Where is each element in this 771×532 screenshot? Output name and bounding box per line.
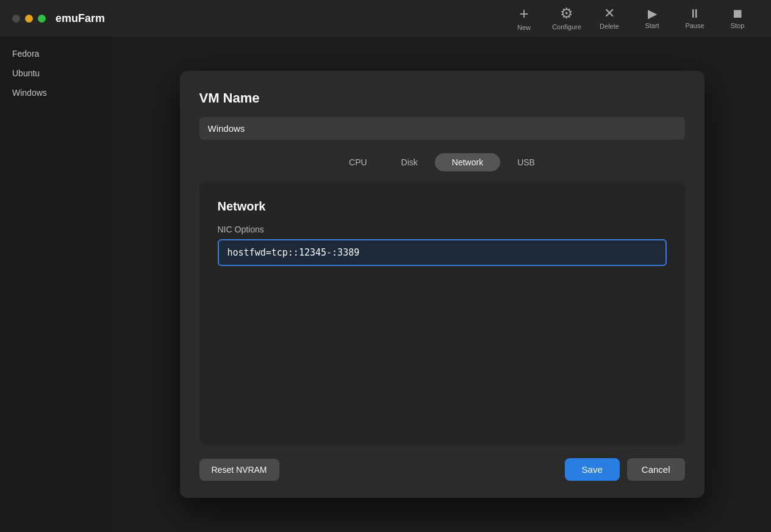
- tab-network[interactable]: Network: [435, 153, 500, 171]
- traffic-lights: [12, 15, 46, 23]
- modal-dialog: VM Name CPU Disk Network USB Network NIC…: [180, 71, 705, 498]
- vm-name-input[interactable]: [199, 117, 685, 140]
- delete-label: Delete: [600, 23, 619, 30]
- delete-button[interactable]: ✕ Delete: [588, 0, 631, 37]
- main-area: VM Name CPU Disk Network USB Network NIC…: [113, 37, 771, 532]
- tab-usb[interactable]: USB: [500, 153, 552, 171]
- plus-icon: +: [519, 5, 528, 21]
- toolbar: + New ⚙ Configure ✕ Delete ▶ Start ⏸ Pau…: [503, 0, 759, 37]
- reset-nvram-button[interactable]: Reset NVRAM: [199, 459, 279, 481]
- close-button[interactable]: [12, 15, 20, 23]
- new-label: New: [517, 24, 531, 31]
- minimize-button[interactable]: [25, 15, 33, 23]
- network-section-title: Network: [218, 200, 667, 214]
- pause-button[interactable]: ⏸ Pause: [673, 0, 716, 37]
- app-title: emuFarm: [56, 12, 105, 25]
- footer-right-buttons: Save Cancel: [565, 458, 685, 481]
- play-icon: ▶: [648, 7, 657, 20]
- pause-label: Pause: [685, 22, 704, 29]
- start-label: Start: [645, 22, 659, 29]
- vm-name-label: VM Name: [199, 90, 685, 106]
- tab-content-network: Network NIC Options: [199, 182, 685, 445]
- nic-options-input[interactable]: [218, 239, 667, 266]
- stop-label: Stop: [731, 22, 745, 29]
- gear-icon: ⚙: [560, 6, 573, 21]
- modal-footer: Reset NVRAM Save Cancel: [199, 458, 685, 481]
- tab-cpu[interactable]: CPU: [332, 153, 384, 171]
- start-button[interactable]: ▶ Start: [631, 0, 673, 37]
- tab-bar: CPU Disk Network USB: [199, 153, 685, 171]
- stop-icon: ⏹: [731, 7, 744, 20]
- maximize-button[interactable]: [38, 15, 46, 23]
- sidebar-item-fedora[interactable]: Fedora: [0, 44, 113, 63]
- tab-disk[interactable]: Disk: [384, 153, 435, 171]
- delete-icon: ✕: [604, 7, 615, 20]
- sidebar-item-windows[interactable]: Windows: [0, 83, 113, 102]
- nic-options-label: NIC Options: [218, 225, 667, 234]
- sidebar: Fedora Ubuntu Windows: [0, 37, 113, 532]
- stop-button[interactable]: ⏹ Stop: [716, 0, 759, 37]
- new-button[interactable]: + New: [503, 0, 545, 37]
- configure-label: Configure: [552, 23, 581, 31]
- sidebar-item-ubuntu[interactable]: Ubuntu: [0, 63, 113, 83]
- cancel-button[interactable]: Cancel: [627, 458, 685, 481]
- pause-icon: ⏸: [689, 7, 701, 20]
- configure-button[interactable]: ⚙ Configure: [545, 0, 588, 37]
- save-button[interactable]: Save: [565, 458, 620, 481]
- titlebar: emuFarm + New ⚙ Configure ✕ Delete ▶ Sta…: [0, 0, 771, 37]
